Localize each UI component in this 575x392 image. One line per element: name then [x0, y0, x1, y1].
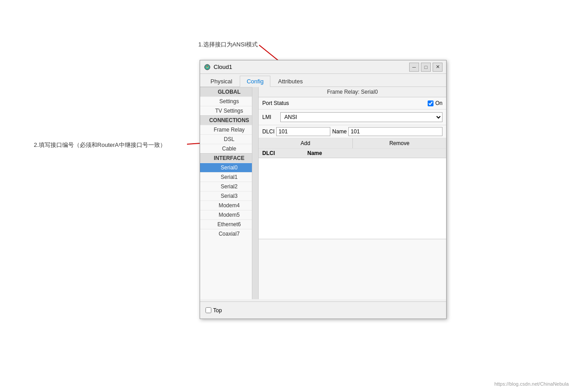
- annotation-step2: 2.填写接口编号（必须和RouterA中继接口号一致）: [34, 141, 166, 149]
- on-checkbox[interactable]: [428, 100, 434, 106]
- nav-tv-settings[interactable]: TV Settings: [200, 106, 258, 115]
- minimize-button[interactable]: ─: [409, 63, 419, 72]
- connections-header: CONNECTIONS: [200, 115, 258, 125]
- remove-button[interactable]: Remove: [353, 138, 447, 148]
- annotation-step1: 1.选择接口为ANSI模式: [198, 41, 258, 49]
- dlci-label: DLCI: [262, 128, 274, 135]
- tab-physical[interactable]: Physical: [204, 76, 239, 87]
- close-button[interactable]: ✕: [433, 63, 443, 72]
- nav-serial2[interactable]: Serial2: [200, 182, 258, 191]
- dlci-row: DLCI Name: [259, 125, 446, 138]
- right-panel: Frame Relay: Serial0 Port Status On LMI …: [259, 87, 446, 299]
- nav-serial3[interactable]: Serial3: [200, 191, 258, 201]
- global-header: GLOBAL: [200, 87, 258, 96]
- scrollbar[interactable]: [252, 87, 258, 299]
- name-input[interactable]: [348, 127, 443, 136]
- nav-serial1[interactable]: Serial1: [200, 172, 258, 182]
- lmi-select[interactable]: ANSI Q933A LMI: [280, 112, 443, 122]
- lmi-label: LMI: [262, 114, 280, 120]
- nav-settings[interactable]: Settings: [200, 96, 258, 106]
- port-status-row: Port Status On: [259, 97, 446, 109]
- nav-dsl[interactable]: DSL: [200, 134, 258, 144]
- nav-frame-relay[interactable]: Frame Relay: [200, 125, 258, 134]
- window-controls: ─ □ ✕: [409, 63, 443, 72]
- bottom-bar: Top: [200, 301, 446, 319]
- tab-attributes[interactable]: Attributes: [271, 76, 310, 87]
- tab-bar: Physical Config Attributes: [200, 74, 446, 87]
- cloud1-window: Cloud1 ─ □ ✕ Physical Config Attributes …: [200, 60, 447, 319]
- svg-point-4: [207, 65, 208, 67]
- nav-modem5[interactable]: Modem5: [200, 210, 258, 219]
- add-remove-row: Add Remove: [259, 138, 446, 149]
- dlci-input[interactable]: [276, 127, 330, 136]
- nav-coaxial7[interactable]: Coaxial7: [200, 229, 258, 238]
- window-title: Cloud1: [214, 64, 409, 70]
- title-bar: Cloud1 ─ □ ✕: [200, 60, 446, 74]
- watermark: https://blog.csdn.net/ChinaNebula: [494, 381, 569, 387]
- nav-modem4[interactable]: Modem4: [200, 201, 258, 210]
- lmi-row: LMI ANSI Q933A LMI: [259, 109, 446, 125]
- table-body: [259, 158, 446, 239]
- top-label: Top: [213, 307, 222, 314]
- maximize-button[interactable]: □: [421, 63, 431, 72]
- nav-cable[interactable]: Cable: [200, 144, 258, 153]
- table-col-name-header: Name: [307, 150, 443, 156]
- tab-config[interactable]: Config: [240, 76, 270, 87]
- left-panel: GLOBAL Settings TV Settings CONNECTIONS …: [200, 87, 259, 299]
- panel-title: Frame Relay: Serial0: [259, 87, 446, 97]
- interface-header: INTERFACE: [200, 153, 258, 163]
- content-area: GLOBAL Settings TV Settings CONNECTIONS …: [200, 87, 446, 299]
- top-checkbox[interactable]: [205, 307, 211, 313]
- port-status-label: Port Status: [262, 100, 428, 106]
- on-label: On: [435, 100, 443, 106]
- top-checkbox-container: Top: [205, 307, 222, 314]
- on-checkbox-container: On: [428, 100, 443, 106]
- table-col-dlci-header: DLCI: [262, 150, 307, 156]
- nav-ethernet6[interactable]: Ethernet6: [200, 219, 258, 229]
- table-header: DLCI Name: [259, 149, 446, 158]
- nav-serial0[interactable]: Serial0: [200, 163, 258, 172]
- window-icon: [204, 64, 211, 71]
- add-button[interactable]: Add: [259, 138, 353, 148]
- name-label: Name: [332, 128, 347, 135]
